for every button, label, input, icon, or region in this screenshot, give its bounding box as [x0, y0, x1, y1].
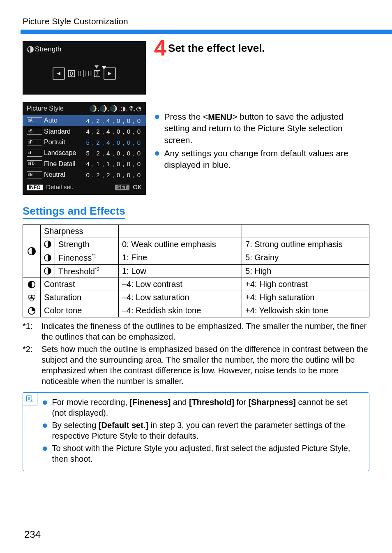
ps-panel-title: Picture Style [27, 104, 64, 113]
table-row: Saturation –4: Low saturation +4: High s… [23, 291, 369, 304]
contrast-icon [23, 278, 41, 291]
page-number: 234 [24, 529, 369, 540]
cell-threshold-high: 5: High [242, 264, 369, 278]
step-body-text: Any settings you change from default val… [164, 148, 370, 171]
footnote-tag: *2: [23, 344, 37, 386]
ps-footer-ok-label: OK [133, 183, 142, 190]
ps-panel-header-symbols: 🌒,🌒,🌒,◑,⚗,◔ [89, 104, 142, 113]
sharpness-group-icon [23, 224, 41, 278]
strength-title: Strength [35, 44, 61, 54]
step-body-text: Press the <MENU> button to save the adju… [164, 111, 370, 146]
ps-footer-detail-label: Detail set. [46, 183, 74, 190]
ps-footer-right[interactable]: SET OK [115, 183, 142, 192]
cell-fineness-sup: *1 [92, 253, 96, 259]
bullet-icon: ● [42, 421, 48, 441]
bullet-icon: ● [154, 148, 160, 171]
table-row: Color tone –4: Reddish skin tone +4: Yel… [23, 304, 369, 317]
cell-threshold-sup: *2 [95, 266, 99, 272]
ps-row-auto[interactable]: ⚄AAuto4 , 2 , 4 , 0 , 0 , 0 [23, 115, 146, 126]
ps-row-values: 4 , 1 , 1 , 0 , 0 , 0 [86, 160, 141, 168]
ps-row-name: Fine Detail [44, 160, 75, 169]
cell-fineness-high: 5: Grainy [242, 251, 369, 264]
bullet-icon: ● [42, 398, 48, 418]
ps-row-name: Auto [44, 116, 58, 125]
cell-strength-low: 0: Weak outline emphasis [119, 238, 242, 251]
step-title: Set the effect level. [168, 42, 265, 55]
cell-saturation-high: +4: High saturation [242, 291, 369, 304]
strength-slider[interactable]: ◄ 0 7 ► [27, 67, 142, 80]
ps-row-landscape[interactable]: ⚄LLandscape5 , 2 , 4 , 0 , 0 , 0 [23, 148, 146, 158]
ps-row-portrait[interactable]: ⚄PPortrait5 , 2 , 4 , 0 , 0 , 0 [23, 137, 146, 148]
bullet-icon: ● [42, 444, 48, 464]
svg-text:T: T [49, 270, 51, 274]
cell-colortone-low: –4: Reddish skin tone [119, 304, 242, 317]
threshold-sub-icon: T [41, 264, 55, 278]
cell-fineness-low: 1: Fine [119, 251, 242, 264]
note-text: To shoot with the Picture Style you adju… [52, 443, 364, 464]
ps-row-neutral[interactable]: ⚄NNeutral0 , 2 , 2 , 0 , 0 , 0 [23, 169, 146, 180]
table-row: Contrast –4: Low contrast +4: High contr… [23, 278, 369, 291]
ps-row-values: 5 , 2 , 4 , 0 , 0 , 0 [86, 138, 141, 147]
cell-colortone-name: Color tone [41, 304, 119, 317]
footnote-tag: *1: [23, 321, 37, 342]
cell-threshold-name: Threshold [58, 266, 95, 275]
slider-default-marker [95, 65, 99, 69]
ps-row-values: 5 , 2 , 4 , 0 , 0 , 0 [86, 149, 141, 157]
page-header-title: Picture Style Customization [23, 16, 369, 26]
info-badge: INFO [27, 185, 43, 190]
strength-icon [27, 46, 34, 53]
cell-saturation-name: Saturation [41, 291, 119, 304]
colortone-icon [23, 304, 41, 317]
ps-row-name: Neutral [44, 170, 65, 179]
strength-panel: Strength ◄ 0 7 ► [23, 41, 146, 95]
slider-track[interactable]: 0 7 [68, 70, 101, 77]
section-heading-settings-effects: Settings and Effects [23, 205, 125, 219]
cell-strength-high: 7: Strong outline emphasis [242, 238, 369, 251]
ps-row-values: 4 , 2 , 4 , 0 , 0 , 0 [86, 116, 141, 125]
ps-footer-left[interactable]: INFO Detail set. [27, 183, 74, 192]
cell-colortone-high: +4: Yellowish skin tone [242, 304, 369, 317]
ps-badge-icon: ⚄P [27, 139, 42, 146]
cell-fineness-name: Fineness [58, 253, 92, 262]
ps-row-name: Portrait [44, 138, 65, 147]
saturation-icon [23, 291, 41, 304]
footnote-text: Sets how much the outline is emphasized … [42, 344, 369, 386]
ps-row-standard[interactable]: ⚄SStandard4 , 2 , 4 , 0 , 0 , 0 [23, 126, 146, 137]
slider-left-button[interactable]: ◄ [53, 67, 65, 80]
slider-max-label: 7 [94, 70, 101, 77]
picture-style-panel: Picture Style 🌒,🌒,🌒,◑,⚗,◔ ⚄AAuto4 , 2 , … [23, 102, 146, 195]
ps-badge-icon: ⚄L [27, 150, 42, 157]
slider-min-label: 0 [68, 70, 75, 77]
cell-contrast-name: Contrast [41, 278, 119, 291]
ps-badge-icon: ⚄FD [27, 160, 42, 167]
footnotes: *1:Indicates the fineness of the outline… [23, 321, 369, 386]
footnote-text: Indicates the fineness of the outlines t… [42, 321, 369, 342]
menu-glyph: MENU [208, 113, 232, 121]
ps-row-name: Standard [44, 127, 71, 136]
strength-sub-icon [41, 238, 55, 251]
header-rule [21, 30, 392, 34]
cell-contrast-high: +4: High contrast [242, 278, 369, 291]
settings-effects-table: Sharpness Strength 0: Weak outline empha… [23, 224, 369, 317]
note-flag-icon [23, 392, 37, 405]
slider-current-marker [102, 66, 106, 69]
ps-row-values: 4 , 2 , 4 , 0 , 0 , 0 [86, 127, 141, 136]
ps-badge-icon: ⚄A [27, 117, 42, 124]
ps-row-name: Landscape [44, 148, 76, 157]
note-box: ●For movie recording, [Fineness] and [Th… [23, 392, 369, 471]
sharpness-label: Sharpness [41, 224, 119, 238]
note-text: For movie recording, [Fineness] and [Thr… [52, 397, 364, 418]
note-text: By selecting [Default set.] in step 3, y… [52, 420, 364, 441]
cell-saturation-low: –4: Low saturation [119, 291, 242, 304]
cell-strength-name: Strength [58, 240, 90, 249]
cell-threshold-low: 1: Low [119, 264, 242, 278]
step-number: 4 [154, 39, 166, 58]
svg-text:F: F [49, 257, 51, 261]
table-row: T Threshold*2 1: Low 5: High [23, 264, 369, 278]
bullet-icon: ● [154, 112, 160, 146]
step-body: ●Press the <MENU> button to save the adj… [154, 111, 369, 171]
set-badge: SET [115, 185, 129, 190]
ps-badge-icon: ⚄N [27, 171, 42, 178]
table-row: Strength 0: Weak outline emphasis 7: Str… [23, 238, 369, 251]
ps-row-fine-detail[interactable]: ⚄FDFine Detail4 , 1 , 1 , 0 , 0 , 0 [23, 159, 146, 169]
